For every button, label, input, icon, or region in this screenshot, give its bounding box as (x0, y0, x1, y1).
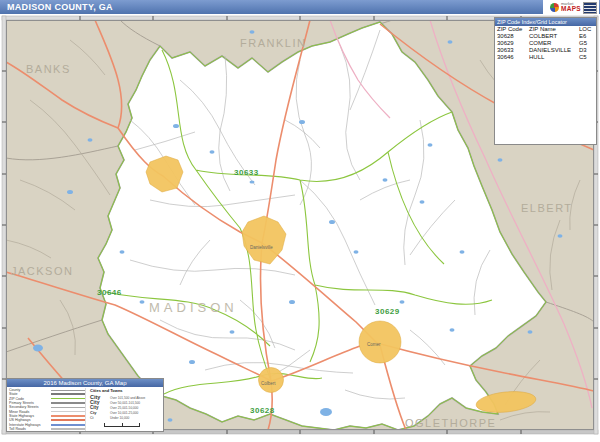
legend-title: 2016 Madison County, GA Map (7, 379, 163, 387)
cell-name: COMER (529, 40, 579, 47)
cell-name: DANIELSVILLE (529, 47, 579, 54)
map-page: BANKS FRANKLIN JACKSON ELBERT OGLETHORPE… (0, 0, 600, 442)
zip-label-30633: 30633 (234, 168, 259, 177)
logo-text: market MAPS (561, 2, 581, 13)
cell-loc: D3 (579, 47, 596, 54)
label-jackson: JACKSON (11, 265, 73, 277)
zip-table-columns: ZIP Code ZIP Name LOC (495, 26, 596, 33)
legend-cities: Cities and Towns CityOver 101,500 and Ab… (85, 388, 161, 431)
cities-header: Cities and Towns (90, 388, 161, 393)
label-franklin: FRANKLIN (240, 37, 306, 49)
zip-label-30628: 30628 (250, 406, 275, 415)
city-label-danielsville: Danielsville (250, 245, 273, 250)
col-zip-code: ZIP Code (497, 26, 529, 33)
interstate-sample (51, 424, 85, 426)
globe-icon (550, 3, 559, 12)
legend-line-items: County State ZIP Code Primary Streets Se… (9, 388, 85, 431)
table-row: 30646 HULL C5 (495, 54, 596, 61)
logo-badge-icon (583, 2, 597, 14)
col-zip-name: ZIP Name (529, 26, 579, 33)
label-oglethorpe: OGLETHORPE (405, 417, 496, 429)
city-size-row: CtUnder 10,000 (90, 416, 161, 422)
marketmaps-logo: market MAPS (543, 0, 599, 15)
table-row: 30628 COLBERT E6 (495, 33, 596, 40)
label-madison: MADISON (149, 300, 238, 315)
county-line-sample (51, 390, 85, 391)
zip-code-index-table: ZIP Code Index/Grid Locator ZIP Code ZIP… (494, 17, 597, 145)
cell-loc: C5 (579, 54, 596, 61)
minor-road-sample (51, 411, 85, 412)
label-banks: BANKS (26, 63, 71, 75)
page-title: MADISON COUNTY, GA (7, 2, 113, 12)
cell-zip: 30629 (497, 40, 529, 47)
table-row: 30629 COMER G5 (495, 40, 596, 47)
scale-bar (104, 423, 140, 427)
cell-zip: 30628 (497, 33, 529, 40)
zip-label-30646: 30646 (97, 288, 122, 297)
state-highway-sample (51, 415, 85, 417)
cell-loc: E6 (579, 33, 596, 40)
legend-body: County State ZIP Code Primary Streets Se… (7, 387, 163, 432)
zip-line-sample (51, 398, 85, 400)
state-line-sample (51, 393, 85, 395)
table-row: 30633 DANIELSVILLE D3 (495, 47, 596, 54)
city-label-comer: Comer (367, 342, 381, 347)
city-area-colbert (259, 368, 284, 393)
title-bar: MADISON COUNTY, GA (0, 0, 600, 14)
cell-loc: G5 (579, 40, 596, 47)
zip-table-header: ZIP Code Index/Grid Locator (495, 18, 596, 26)
cell-zip: 30646 (497, 54, 529, 61)
cell-name: HULL (529, 54, 579, 61)
toll-road-sample (51, 428, 85, 430)
col-loc: LOC (579, 26, 596, 33)
label-elbert: ELBERT (521, 202, 573, 214)
map-legend: 2016 Madison County, GA Map County State… (6, 378, 164, 432)
logo-text-main: MAPS (561, 6, 581, 13)
cell-name: COLBERT (529, 33, 579, 40)
us-highway-sample (51, 419, 85, 421)
primary-street-sample (51, 402, 85, 403)
city-label-colbert: Colbert (261, 381, 276, 386)
cell-zip: 30633 (497, 47, 529, 54)
secondary-street-sample (51, 407, 85, 408)
zip-label-30629: 30629 (375, 307, 400, 316)
legend-item: Toll Roads (9, 427, 85, 431)
